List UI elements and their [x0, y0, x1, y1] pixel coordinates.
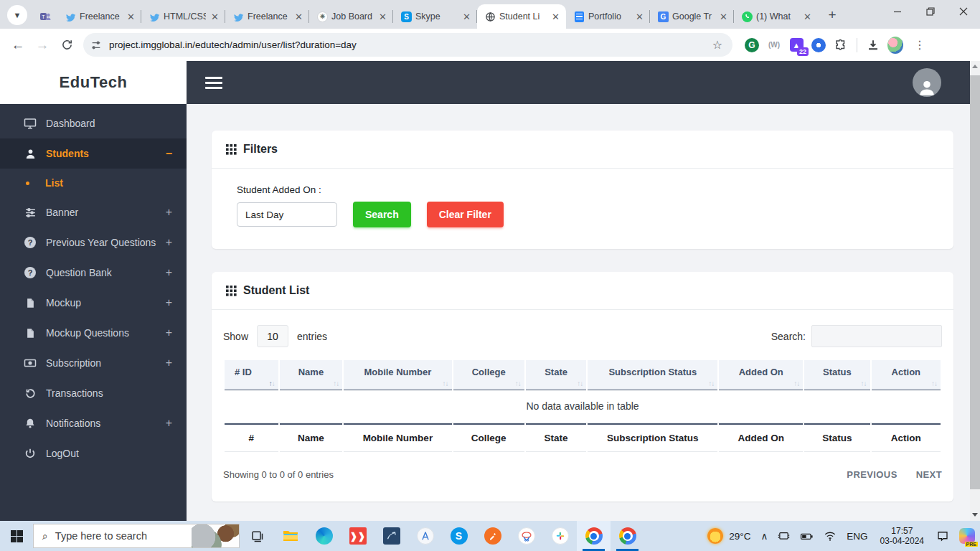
compass-app-icon[interactable]	[408, 521, 442, 551]
expand-icon[interactable]: +	[166, 266, 172, 279]
sort-icons[interactable]: ↑↓	[793, 380, 799, 387]
tab-jobboard[interactable]: ✳ Job Board ✕	[309, 4, 393, 29]
tab-student-list-active[interactable]: Student Li ✕	[477, 4, 566, 29]
sort-icons[interactable]: ↑↓	[931, 380, 937, 387]
downloads-icon[interactable]	[865, 37, 881, 53]
profile-avatar[interactable]	[887, 37, 903, 53]
sidebar-item-mockup-questions[interactable]: Mockup Questions +	[0, 318, 187, 348]
tab-skype[interactable]: S Skype ✕	[393, 4, 477, 29]
start-button[interactable]	[0, 521, 33, 551]
tab-portfolio[interactable]: Portfolio ✕	[566, 4, 650, 29]
close-icon[interactable]: ✕	[801, 11, 814, 23]
sidebar-item-subscription[interactable]: Subscription +	[0, 348, 187, 378]
expand-icon[interactable]: +	[166, 236, 172, 249]
wifi-icon[interactable]	[819, 521, 842, 551]
next-button[interactable]: NEXT	[916, 469, 942, 480]
app-logo[interactable]: EduTech	[0, 61, 187, 104]
sort-icons[interactable]: ↑↓	[708, 380, 714, 387]
battery-icon[interactable]	[795, 521, 819, 551]
cast-icon[interactable]	[773, 521, 795, 551]
sort-icons[interactable]: ↑↓	[861, 380, 867, 387]
close-window-button[interactable]	[947, 0, 980, 23]
bookmark-star-icon[interactable]: ☆	[712, 38, 722, 52]
minimize-button[interactable]	[881, 0, 914, 23]
extensions-puzzle-icon[interactable]	[833, 37, 849, 53]
sort-icons[interactable]: ↑↓	[515, 380, 521, 387]
file-explorer-icon[interactable]	[273, 521, 307, 551]
close-icon[interactable]: ✕	[209, 11, 221, 23]
weather-widget[interactable]: 29°C	[702, 521, 755, 551]
column-header-status[interactable]: Status↑↓	[804, 360, 870, 390]
wayback-icon[interactable]: (W)	[766, 37, 782, 53]
scrollbar-thumb[interactable]	[970, 75, 980, 489]
expand-icon[interactable]: +	[166, 326, 172, 339]
tab-freelance-1[interactable]: Freelance ✕	[57, 4, 141, 29]
edge-icon[interactable]	[307, 521, 341, 551]
expand-icon[interactable]: +	[166, 206, 172, 219]
sidebar-item-students[interactable]: Students −	[0, 138, 187, 169]
reload-button[interactable]	[55, 33, 79, 57]
sort-icons[interactable]: ↑↓	[577, 380, 583, 387]
tab-freelance-2[interactable]: Freelance ✕	[225, 4, 309, 29]
url-bar[interactable]: project.imgglobal.in/edutech/admin/user/…	[83, 33, 732, 57]
copilot-icon[interactable]: PRE	[954, 521, 980, 551]
column-header-mobile[interactable]: Mobile Number↑↓	[344, 360, 451, 390]
snipping-tool-icon[interactable]	[509, 521, 543, 551]
taskbar-search-box[interactable]: ⌕ Type here to search	[33, 524, 240, 548]
site-settings-icon[interactable]	[90, 39, 102, 51]
sidebar-item-mockup[interactable]: Mockup +	[0, 288, 187, 318]
sort-icons[interactable]: ↑↓	[443, 380, 448, 387]
user-avatar[interactable]	[913, 68, 941, 97]
close-icon[interactable]: ✕	[461, 11, 473, 23]
search-button[interactable]: Search	[353, 202, 411, 227]
entries-select[interactable]: 10	[257, 325, 288, 347]
close-icon[interactable]: ✕	[377, 11, 389, 23]
close-icon[interactable]: ✕	[633, 11, 646, 23]
table-search-input[interactable]	[811, 325, 942, 347]
column-header-subscription[interactable]: Subscription Status↑↓	[588, 360, 717, 390]
sort-icons[interactable]: ↑↓	[269, 380, 275, 387]
browser-menu-icon[interactable]: ⋮	[910, 38, 930, 52]
expand-icon[interactable]: +	[166, 417, 172, 430]
sidebar-item-previous-year-questions[interactable]: ? Previous Year Questions +	[0, 227, 187, 258]
restore-button[interactable]	[914, 0, 947, 23]
postman-icon[interactable]	[476, 521, 509, 551]
tab-search-button[interactable]: ▼	[7, 5, 27, 25]
purple-extension-icon[interactable]: ▲22	[788, 37, 804, 53]
search-doodle[interactable]	[192, 524, 239, 547]
anydesk-icon[interactable]: ❱❱	[341, 521, 374, 551]
tab-htmlcss[interactable]: HTML/CSS ✕	[141, 4, 225, 29]
sidebar-item-logout[interactable]: LogOut	[0, 438, 187, 468]
sidebar-item-banner[interactable]: Banner +	[0, 197, 187, 227]
tab-whatsapp[interactable]: (1) What ✕	[734, 4, 818, 29]
close-icon[interactable]: ✕	[293, 11, 305, 23]
notification-center-icon[interactable]	[931, 521, 954, 551]
language-indicator[interactable]: ENG	[842, 521, 872, 551]
back-button[interactable]: ←	[6, 33, 30, 57]
column-header-action[interactable]: Action↑↓	[872, 360, 941, 390]
chrome-icon[interactable]	[611, 521, 644, 551]
scroll-up-icon[interactable]	[970, 61, 980, 71]
column-header-added-on[interactable]: Added On↑↓	[719, 360, 803, 390]
clear-filter-button[interactable]: Clear Filter	[427, 202, 504, 227]
sidebar-item-notifications[interactable]: Notifications +	[0, 408, 187, 438]
slack-icon[interactable]	[543, 521, 577, 551]
clock-widget[interactable]: 17:57 03-04-2024	[873, 526, 931, 546]
page-scrollbar[interactable]	[970, 61, 980, 521]
close-icon[interactable]: ✕	[717, 11, 730, 23]
column-header-college[interactable]: College↑↓	[453, 360, 524, 390]
new-tab-button[interactable]: +	[822, 5, 842, 25]
hidden-icons-chevron[interactable]: ∧	[755, 521, 773, 551]
column-header-name[interactable]: Name↑↓	[280, 360, 342, 390]
previous-button[interactable]: PREVIOUS	[847, 469, 897, 480]
mysql-workbench-icon[interactable]	[374, 521, 408, 551]
blue-extension-icon[interactable]	[811, 37, 826, 53]
expand-icon[interactable]: +	[166, 357, 172, 369]
forward-button[interactable]: →	[30, 33, 55, 57]
column-header-state[interactable]: State↑↓	[526, 360, 587, 390]
expand-icon[interactable]: +	[166, 296, 172, 309]
hamburger-menu-icon[interactable]	[205, 77, 222, 89]
sidebar-item-list[interactable]: List	[0, 169, 187, 197]
close-icon[interactable]: ✕	[125, 11, 137, 23]
skype-icon[interactable]: S	[442, 521, 476, 551]
